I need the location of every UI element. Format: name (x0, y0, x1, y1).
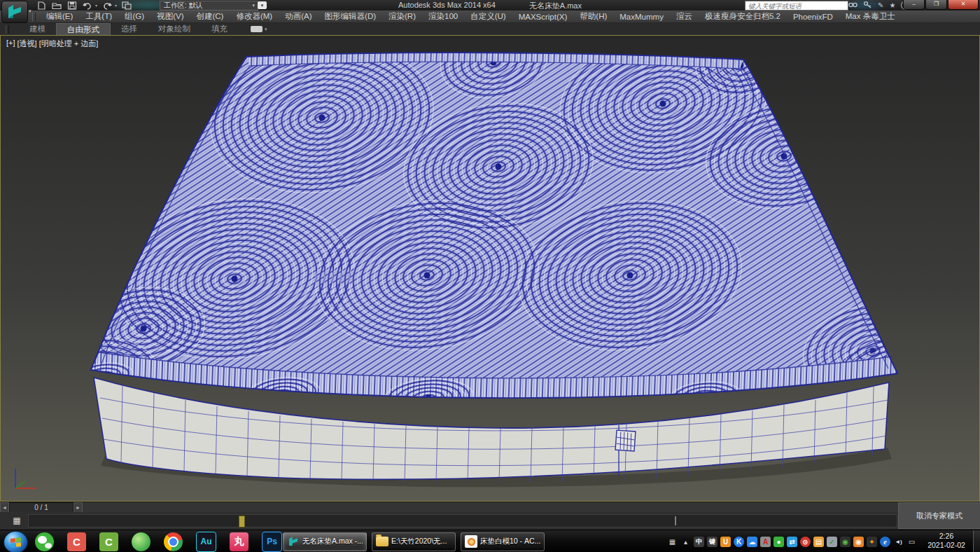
close-button[interactable]: ✕ (948, 0, 979, 10)
menu-item-customize[interactable]: 自定义(U) (464, 11, 512, 22)
tray-wechat-icon[interactable]: ● (774, 537, 784, 547)
menu-item-rendering100[interactable]: 渲染100 (422, 11, 464, 22)
menu-item-rendering[interactable]: 渲染(R) (382, 11, 422, 22)
menu-item-xuanyun[interactable]: 渲云 (670, 11, 699, 22)
open-file-icon[interactable] (52, 1, 62, 10)
tab-modeling[interactable]: 建模 (19, 23, 56, 35)
cancel-expert-mode-button[interactable]: 取消专家模式 (898, 502, 980, 529)
tray-reader-icon[interactable]: A (760, 537, 771, 547)
tray-acdsee-icon[interactable]: ◉ (853, 537, 864, 547)
start-button[interactable] (4, 531, 28, 552)
ribbon-display-toggle-icon[interactable] (251, 26, 262, 32)
menu-item-modifiers[interactable]: 修改器(M) (230, 11, 279, 22)
menu-item-help[interactable]: 帮助(H) (573, 11, 613, 22)
taskbar-window-3dsmax[interactable]: 无名床垫A.max -... (283, 532, 367, 551)
network-icon[interactable]: ▭ (906, 537, 917, 547)
viewport-menu-view[interactable]: [透视] (17, 39, 38, 49)
tray-folder-icon[interactable]: ▤ (813, 537, 824, 547)
undo-icon[interactable] (83, 1, 93, 10)
track-bar[interactable] (28, 514, 897, 527)
show-hidden-icons-button[interactable]: ▴ (680, 537, 691, 547)
tab-freeform[interactable]: 自由形式 (56, 23, 111, 36)
menu-item-views[interactable]: 视图(V) (150, 11, 190, 22)
menubar-grip[interactable] (32, 13, 36, 21)
previous-frame-button[interactable]: ◄ (0, 502, 9, 513)
project-folder-icon[interactable] (122, 1, 132, 10)
task-label: 无名床垫A.max -... (302, 537, 363, 546)
search-input[interactable] (745, 1, 848, 11)
frame-indicator[interactable]: 0 / 1 (9, 502, 74, 513)
audition-icon[interactable]: Au (196, 532, 216, 552)
tab-object-paint[interactable]: 对象绘制 (148, 23, 201, 35)
window-title: Autodesk 3ds Max 2014 x64 无名床垫A.max (398, 1, 582, 11)
menu-item-group[interactable]: 组(G) (118, 11, 150, 22)
time-marker[interactable] (239, 516, 245, 527)
next-frame-button[interactable]: ► (74, 502, 83, 513)
track-end-tick (675, 516, 676, 525)
tray-browser-icon[interactable]: e (880, 537, 890, 547)
time-slider[interactable]: ◄ 0 / 1 ► (0, 502, 83, 513)
redo-icon[interactable] (102, 1, 113, 10)
taskbar-window-explorer[interactable]: E:\天竹2020\无... (372, 532, 456, 551)
menu-item-maxmummy[interactable]: MaxMummy (613, 13, 670, 21)
key-icon[interactable] (863, 1, 872, 11)
perspective-viewport[interactable]: [+] [透视] [明暗处理 + 边面] (0, 35, 980, 502)
ime-keyboard-icon[interactable]: 键 (707, 537, 718, 547)
tab-populate[interactable]: 填充 (201, 23, 238, 35)
tray-sync-icon[interactable]: ⇄ (787, 537, 797, 547)
minimize-button[interactable]: – (903, 0, 925, 10)
pen-icon[interactable]: ✎ (878, 1, 883, 10)
application-menu-caret-icon[interactable]: ▾ (29, 8, 31, 14)
viewport-menu-shading[interactable]: [明暗处理 + 边面] (38, 39, 99, 49)
chrome-icon[interactable] (164, 532, 183, 551)
menu-item-animation[interactable]: 动画(A) (279, 11, 318, 22)
menu-item-edit[interactable]: 编辑(E) (40, 11, 79, 22)
task-label: 床垫白模10 - AC... (480, 537, 540, 546)
tray-cloud-icon[interactable]: ☁ (747, 537, 757, 547)
wechat-icon[interactable] (35, 532, 54, 551)
menu-item-graph-editors[interactable]: 图形编辑器(D) (318, 11, 382, 22)
show-desktop-button[interactable] (973, 530, 980, 552)
tray-usb-icon[interactable]: ✓ (827, 537, 837, 547)
task-label: E:\天竹2020\无... (391, 537, 447, 546)
keyboard-tray-icon[interactable]: ▦ (667, 537, 678, 547)
volume-icon[interactable]: ◄) (893, 537, 904, 547)
green-browser-icon[interactable] (132, 532, 150, 551)
workspace-menu-button[interactable]: ▾ (258, 1, 267, 9)
ime-language-icon[interactable]: 中 (694, 537, 704, 547)
camtasia-recorder-icon[interactable]: C (67, 532, 86, 551)
search-icon[interactable] (848, 1, 858, 11)
menu-item-maxscript[interactable]: MAXScript(X) (512, 13, 574, 21)
taskbar-window-acdsee[interactable]: 床垫白模10 - AC... (461, 532, 545, 551)
new-scene-icon[interactable] (36, 1, 47, 10)
ribbon-grip[interactable] (6, 25, 9, 34)
tray-badge-icon[interactable]: ⊙ (800, 537, 811, 547)
taskbar-clock[interactable]: 2:26 2021-02-02 (921, 532, 972, 550)
tray-shield-icon[interactable]: U (720, 537, 731, 547)
star-icon[interactable]: ★ (889, 1, 895, 10)
menu-item-antivirus[interactable]: Max 杀毒卫士 (839, 11, 902, 22)
menu-item-archive[interactable]: 极速瘦身安全归档5.2 (699, 11, 787, 22)
wan-app-icon[interactable]: 丸 (230, 532, 248, 551)
tray-recorder-icon[interactable]: ◉ (840, 537, 850, 547)
tab-selection[interactable]: 选择 (111, 23, 148, 35)
tray-kingsoft-icon[interactable]: K (734, 537, 744, 547)
menu-item-create[interactable]: 创建(C) (190, 11, 230, 22)
menu-item-tools[interactable]: 工具(T) (79, 11, 118, 22)
save-file-icon[interactable] (67, 1, 78, 10)
folder-icon (376, 537, 388, 546)
mini-curve-editor-icon[interactable]: ▦ (10, 515, 24, 526)
photoshop-icon[interactable]: Ps (262, 532, 282, 552)
redo-dropdown-caret[interactable]: ▾ (115, 3, 117, 8)
undo-dropdown-caret[interactable]: ▾ (95, 3, 97, 8)
ribbon-display-caret-icon[interactable]: ▾ (265, 27, 267, 32)
viewport-canvas[interactable] (1, 36, 979, 501)
tray-flame-icon[interactable]: ✦ (867, 537, 877, 547)
camtasia-studio-icon[interactable]: C (99, 532, 118, 551)
viewport-menu-plus[interactable]: [+] (6, 39, 16, 49)
application-menu-button[interactable] (1, 1, 28, 23)
menu-item-phoenixfd[interactable]: PhoenixFD (787, 13, 839, 21)
restore-button[interactable]: ❐ (925, 0, 947, 10)
3dsmax-application-window: Autodesk 3ds Max 2014 x64 无名床垫A.max ✎ ★ … (0, 0, 980, 552)
workspace-selector[interactable]: 工作区: 默认 ▾ (160, 1, 258, 11)
